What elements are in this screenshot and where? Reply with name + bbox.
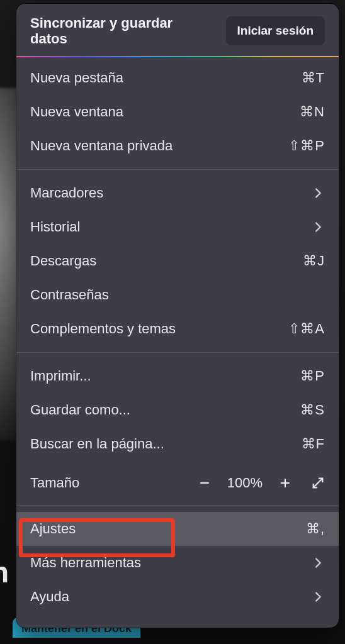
menu-item-label: Marcadores xyxy=(30,185,311,201)
divider xyxy=(16,352,339,353)
menu-item-label: Contraseñas xyxy=(30,287,325,303)
menu-item-descargas[interactable]: Descargas⌘J xyxy=(16,244,339,278)
menu-item-label: Ayuda xyxy=(30,589,311,605)
menu-item-nueva-ventana[interactable]: Nueva ventana⌘N xyxy=(16,95,339,129)
zoom-percent: 100% xyxy=(227,475,263,491)
menu-item-label: Nueva ventana xyxy=(30,104,300,120)
menu-item-shortcut: ⌘T xyxy=(302,70,325,86)
menu-item-shortcut: ⌘, xyxy=(306,521,325,537)
divider xyxy=(16,505,339,506)
menu-item-label: Historial xyxy=(30,219,311,235)
sync-header: Sincronizar y guardar datos Iniciar sesi… xyxy=(16,4,339,56)
menu-item-contrasenas[interactable]: Contraseñas xyxy=(16,278,339,312)
menu-item-mas-herramientas[interactable]: Más herramientas xyxy=(16,546,339,580)
menu-item-shortcut: ⌘F xyxy=(302,436,325,452)
menu-item-nueva-ventana-privada[interactable]: Nueva ventana privada⇧⌘P xyxy=(16,129,339,163)
zoom-out-button[interactable]: − xyxy=(194,472,215,494)
menu-item-ajustes[interactable]: Ajustes⌘, xyxy=(16,512,339,546)
zoom-in-button[interactable]: + xyxy=(274,472,296,494)
sign-in-button[interactable]: Iniciar sesión xyxy=(226,16,325,45)
menu-item-shortcut: ⇧⌘P xyxy=(288,138,325,154)
fullscreen-button[interactable] xyxy=(307,472,329,494)
chevron-right-icon xyxy=(311,556,325,570)
menu-item-buscar-en-la-pagina[interactable]: Buscar en la página...⌘F xyxy=(16,427,339,461)
rainbow-divider xyxy=(16,56,339,57)
chevron-right-icon xyxy=(311,220,325,234)
menu-item-complementos-y-temas[interactable]: Complementos y temas⇧⌘A xyxy=(16,312,339,346)
menu-item-ayuda[interactable]: Ayuda xyxy=(16,580,339,614)
sync-title: Sincronizar y guardar datos xyxy=(30,15,188,47)
menu-item-shortcut: ⇧⌘A xyxy=(288,321,325,337)
zoom-label: Tamaño xyxy=(30,475,194,491)
menu-item-label: Ajustes xyxy=(30,521,306,537)
menu-item-label: Más herramientas xyxy=(30,555,311,571)
menu-item-label: Nueva pestaña xyxy=(30,70,302,86)
zoom-row: Tamaño − 100% + xyxy=(16,465,339,502)
menu-item-shortcut: ⌘J xyxy=(303,253,325,269)
menu-item-historial[interactable]: Historial xyxy=(16,210,339,244)
menu-item-label: Guardar como... xyxy=(30,402,300,418)
chevron-right-icon xyxy=(311,590,325,604)
menu-item-label: Nueva ventana privada xyxy=(30,138,288,154)
menu-item-label: Descargas xyxy=(30,253,303,269)
menu-item-shortcut: ⌘P xyxy=(300,368,325,384)
menu-item-label: Complementos y temas xyxy=(30,321,288,337)
divider xyxy=(16,169,339,170)
menu-item-marcadores[interactable]: Marcadores xyxy=(16,176,339,210)
menu-item-imprimir[interactable]: Imprimir...⌘P xyxy=(16,359,339,393)
menu-item-shortcut: ⌘N xyxy=(300,104,325,120)
app-menu: Sincronizar y guardar datos Iniciar sesi… xyxy=(16,4,339,628)
menu-item-shortcut: ⌘S xyxy=(300,402,325,418)
chevron-right-icon xyxy=(311,186,325,200)
menu-item-label: Imprimir... xyxy=(30,368,300,384)
menu-item-nueva-pestana[interactable]: Nueva pestaña⌘T xyxy=(16,61,339,95)
menu-item-label: Buscar en la página... xyxy=(30,436,302,452)
menu-item-guardar-como[interactable]: Guardar como...⌘S xyxy=(16,393,339,427)
